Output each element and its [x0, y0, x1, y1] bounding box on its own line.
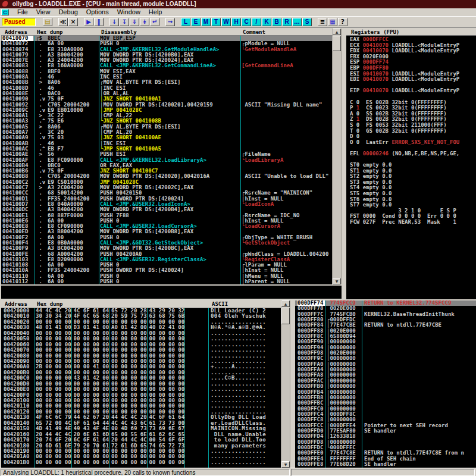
stack-row[interactable]: 000DFFB0│00000000 — [295, 384, 476, 389]
stack-row[interactable]: 000DFFA0│00000000 — [295, 362, 476, 367]
stack-row[interactable]: 000DFF94│00000000 — [295, 345, 476, 350]
scrollbar-thumb[interactable] — [281, 308, 290, 324]
stack-row[interactable]: 000DFF74 7745FCC9RETURN to KERNEL32.7745… — [295, 300, 476, 306]
disasm-row[interactable]: 0041008A .46INC ESI — [1, 74, 332, 80]
stack-row[interactable]: 000DFF90│00000000 — [295, 339, 476, 345]
stack-row[interactable]: 000DFF98│0020E000 — [295, 350, 476, 356]
stack-row[interactable]: 000DFFA8│00000000 — [295, 372, 476, 378]
dump-row[interactable]: 0042002000 00 00 0000 00 00 0000 00 00 0… — [1, 320, 281, 325]
stack-row[interactable]: 000DFFBC│00000000 — [295, 400, 476, 406]
menu-item-help[interactable]: Help — [145, 8, 167, 16]
dump-row[interactable]: 0042017020 74 6F 206C 6F 61 6420 44 4C 4… — [1, 437, 281, 443]
stack-row[interactable]: 000DFFD4│12633818 — [295, 434, 476, 439]
column-separator[interactable] — [208, 308, 209, 468]
stack-row[interactable]: 000DFFE4 FFFFFFFFEnd of SEH chain — [295, 456, 476, 462]
appearance-button[interactable]: ▦ — [328, 18, 337, 26]
disasm-row[interactable]: 004100CC .68 50014200PUSH 00420150┌RsrcN… — [1, 190, 332, 196]
dump-row[interactable]: 0042000044 4C 4C 204C 6F 61 6465 72 20 2… — [1, 308, 281, 314]
dump-row[interactable]: 0042018020 6D 61 6E79 20 70 6172 61 6D 6… — [1, 443, 281, 449]
dump-row[interactable]: 0042007000 00 00 0000 00 00 0000 00 00 0… — [1, 347, 281, 353]
stack-row[interactable]: 000DFF7C 7745FCB0KERNEL32.BaseThreadInit… — [295, 312, 476, 317]
disasm-row[interactable]: 004100A5 >8A06┌MOV AL,BYTE PTR DS:[ESI] — [1, 124, 332, 130]
register-line[interactable]: O 0 LastErr ERROR_SXS_KEY_NOT_FOU — [346, 140, 476, 146]
references-button[interactable]: R — [282, 18, 292, 26]
stack-row[interactable]: 000DFF78 0020E000 — [295, 306, 476, 311]
disasm-row[interactable]: 00410108 .6A 00PUSH 0┌lParam = NULL — [1, 262, 332, 268]
stack-row[interactable]: 000DFF88│0020E000 — [295, 328, 476, 334]
dump-row[interactable]: 004201B000 00 00 0000 00 00 0000 00 00 0… — [1, 460, 281, 465]
disasm-row[interactable]: 004100AB .46│INC ESI — [1, 141, 332, 146]
menu-item-window[interactable]: Window — [113, 8, 145, 16]
stack-row[interactable]: 000DFFCC│000DFFE4Pointer to next SEH rec… — [295, 423, 476, 428]
memory-map-button[interactable]: M — [201, 18, 211, 26]
cpu-window-icon[interactable]: C — [1, 9, 9, 15]
dump-row[interactable]: 0042004000 00 00 0000 00 00 0000 00 00 0… — [1, 331, 281, 336]
animate-into-button[interactable]: ⇓ — [130, 18, 139, 26]
disasm-row[interactable]: 00410088 .8BF0MOV ESI,EAX — [1, 69, 332, 74]
stack-row[interactable]: 000DFFC8│00000000 — [295, 417, 476, 422]
animate-over-button[interactable]: ↡ — [140, 18, 149, 26]
handles-button[interactable]: H — [231, 18, 241, 26]
dump-scrollbar[interactable]: ▲ ▼ — [281, 300, 290, 468]
stack-row[interactable]: 000DFFA4│00000000 — [295, 367, 476, 372]
dump-row[interactable]: 0042006000 00 00 0000 00 00 0000 00 00 0… — [1, 342, 281, 347]
scrollbar-thumb[interactable] — [333, 36, 341, 51]
disasm-row[interactable]: 004100ED .A3 B8004200MOV DWORD PTR DS:[4… — [1, 229, 332, 234]
disasm-row[interactable]: 004100D1 .FF35 24004200PUSH DWORD PTR DS… — [1, 196, 332, 202]
menu-item-view[interactable]: View — [32, 8, 55, 16]
run-trace-button[interactable]: … — [292, 18, 302, 26]
dump-row[interactable]: 0042008000 00 00 0000 00 00 0000 00 00 0… — [1, 353, 281, 359]
disasm-row[interactable]: 00410083 .E8 160A0000CALL <JMP.&KERNEL32… — [1, 63, 332, 68]
execute-till-return-button[interactable]: ↵ — [150, 18, 159, 26]
patches-button[interactable]: / — [252, 18, 261, 26]
disassembly-scrollbar[interactable]: ▲ ▼ — [332, 29, 342, 284]
dump-row[interactable]: 0042003048 01 41 00D3 01 41 00A0 01 42 0… — [1, 325, 281, 330]
disasm-row[interactable]: 004100F2 .6A 00PUSH 0┌ObjType = WHITE_BR… — [1, 235, 332, 240]
dump-row[interactable]: 004200E000 00 00 0000 00 00 0000 00 00 0… — [1, 387, 281, 392]
dump-row[interactable]: 0042009000 00 00 0000 00 00 0000 00 00 0… — [1, 359, 281, 364]
column-separator[interactable] — [35, 36, 35, 284]
disasm-row[interactable]: 00410074 .E8 310A0000CALL <JMP.&KERNEL32… — [1, 47, 332, 52]
disasm-row[interactable]: 004100F9 .A3 BC004200MOV DWORD PTR DS:[4… — [1, 246, 332, 251]
disasm-row[interactable]: 00410092 .C705 20004200│MOV DWORD PTR DS… — [1, 102, 332, 108]
dump-row[interactable]: 0042001030 30 34 204F 6C 65 6820 59 75 7… — [1, 314, 281, 319]
stack-row[interactable]: 000DFFC0│00000000 — [295, 406, 476, 412]
dump-row[interactable]: 0042016020 44 4C 4C20 6E 61 6D65 00 55 6… — [1, 432, 281, 437]
close-button[interactable]: × — [68, 18, 78, 26]
stack-row[interactable]: 000DFF8C│65800D94 — [295, 334, 476, 339]
dump-row[interactable]: 004200B000 00 00 0000 00 00 0000 00 00 0… — [1, 370, 281, 375]
disasm-row[interactable]: 004100A3 .^75 E6└JNZ SHORT 0041008B — [1, 118, 332, 124]
stack-row[interactable]: 000DFF9C│00000000 — [295, 356, 476, 361]
disasm-row[interactable]: 0041008D .46│INC ESI — [1, 86, 332, 91]
menu-item-options[interactable]: Options — [82, 8, 113, 16]
stack-row[interactable]: 000DFF80┌000DFFDC — [295, 317, 476, 322]
help-button[interactable]: ? — [338, 18, 347, 26]
disasm-row[interactable]: 004100AC .^EB F7└JMP SHORT 004100A5 — [1, 146, 332, 152]
dump-row[interactable]: 004200C000 00 00 0043 01 42 0000 00 00 0… — [1, 375, 281, 381]
column-separator[interactable] — [240, 36, 241, 284]
disasm-row[interactable]: 00410090 .v75 0F│JNZ SHORT 004100A1 — [1, 96, 332, 102]
disasm-row[interactable]: 0041008E .0AC0│OR AL,AL — [1, 91, 332, 96]
breakpoints-button[interactable]: B — [272, 18, 281, 26]
dump-row[interactable]: 0042019000 00 00 0000 00 00 0000 00 00 0… — [1, 449, 281, 454]
register-line[interactable]: EDI 00410070 LOADDLL.<ModuleEntryP — [346, 77, 476, 83]
dump-row[interactable]: 004201504D 41 49 4E49 43 4F 4E00 4D 69 7… — [1, 426, 281, 431]
dump-row[interactable]: 0042014065 72 00 4C6F 61 64 444C 4C 43 6… — [1, 421, 281, 426]
stack-row[interactable]: 000DFFE0 77E47C8ERETURN to ntdll.77E47C8… — [295, 450, 476, 456]
disasm-row[interactable]: 004100C2 .vE9 C5010000JMP 0041028C — [1, 180, 332, 185]
dump-row[interactable]: 004201A000 00 00 0000 00 00 0000 00 00 0… — [1, 454, 281, 459]
call-stack-button[interactable]: K — [262, 18, 271, 26]
scroll-up-icon[interactable]: ▲ — [281, 300, 290, 307]
disasm-row[interactable]: 004100B6 .v75 0FJNZ SHORT 004100C7 — [1, 168, 332, 174]
dump-row[interactable]: 004200F000 00 00 0000 00 00 0000 00 00 0… — [1, 393, 281, 398]
disasm-row[interactable]: 004100E1 .68 887F0000PUSH 7F88┌RsrcName … — [1, 213, 332, 218]
scroll-up-icon[interactable]: ▲ — [333, 29, 341, 35]
disasm-row[interactable]: 004100A1 >3C 22│CMP AL,22 — [1, 113, 332, 118]
step-over-button[interactable]: ↧ — [120, 18, 129, 26]
disasm-row[interactable]: 004100A7 .3C 20│CMP AL,20 — [1, 130, 332, 135]
stack-row[interactable]: 000DFFC4│000DFF8C — [295, 412, 476, 417]
step-into-button[interactable]: ↓ — [109, 18, 119, 26]
disasm-row[interactable]: 004100AE >56PUSH ESI┌FileName — [1, 152, 332, 157]
stack-row[interactable]: 000DFF84│77E47CBERETURN to ntdll.77E47CB… — [295, 322, 476, 328]
run-button[interactable]: ▶ — [84, 18, 93, 26]
